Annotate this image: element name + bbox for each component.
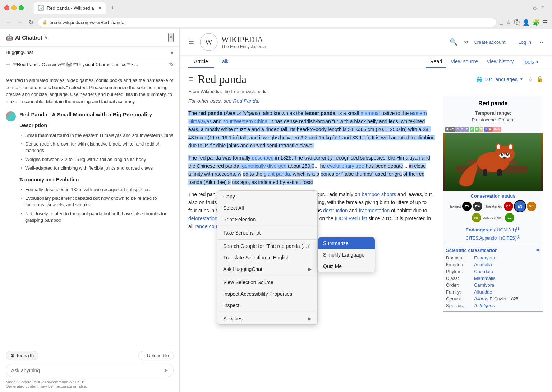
evolutionary-tree-link[interactable]: evolutionary tree	[327, 163, 364, 169]
giant-panda-link[interactable]: giant panda	[264, 171, 290, 177]
new-tab-button[interactable]: +	[107, 3, 118, 13]
ctx-services[interactable]: Services ▶	[217, 313, 317, 324]
mammal-link[interactable]: mammal	[360, 110, 380, 116]
bamboo-shoots-link[interactable]: shoots	[381, 192, 396, 197]
ctx-select-all[interactable]: Select All	[217, 202, 317, 214]
family-value-link[interactable]: Ailuridae	[474, 289, 492, 295]
phylum-value-link[interactable]: Chordata	[474, 269, 493, 274]
species-value-link[interactable]: A. fulgens	[474, 303, 495, 308]
ctx-translate[interactable]: Translate Selection to English	[217, 252, 317, 263]
ctx-print-selection[interactable]: Print Selection...	[217, 214, 317, 225]
tools-dropdown-button[interactable]: Tools ▼	[518, 56, 543, 68]
ts-jurassic: J	[484, 127, 488, 132]
browser-chrome: W Red panda - Wikipedia × + ⎋ ⌃ ← → ↻ 🔒 …	[0, 0, 552, 29]
back-button[interactable]: ←	[4, 18, 13, 26]
ts-cretaceous: K	[488, 127, 493, 132]
minimize-window-button[interactable]	[12, 5, 17, 10]
submenu-quiz[interactable]: Quiz Me	[318, 260, 375, 272]
upload-file-button[interactable]: ↑ Upload file	[138, 351, 174, 360]
domain-label: Domain:	[446, 255, 471, 260]
wiki-infobox: Red panda Temporal range: Pleistocene–Pr…	[443, 97, 543, 312]
bookmark-icon[interactable]: ☆	[506, 19, 511, 26]
destruction-link[interactable]: destruction	[323, 208, 348, 213]
url-bar[interactable]: 🔒 en.en.wikipedia.org/wiki/Red_panda	[38, 18, 497, 27]
tab-view-history[interactable]: View history	[482, 56, 518, 68]
domain-value-link[interactable]: Eukaryota	[474, 255, 495, 260]
ctx-search-google[interactable]: Search Google for "The red panda (...)"	[217, 240, 317, 252]
tools-button[interactable]: ⚙ Tools (6)	[6, 351, 38, 360]
forward-button[interactable]: →	[16, 18, 24, 26]
fragmentation-link[interactable]: fragmentation	[359, 208, 390, 213]
search-icon[interactable]: 🔍	[450, 38, 457, 46]
ai-close-button[interactable]: ×	[168, 33, 174, 42]
ts-silurian: S	[460, 127, 465, 132]
languages-button[interactable]: 🌐 104 languages ▼	[476, 77, 523, 82]
ai-input-area: ➤	[6, 364, 174, 377]
tab-talk[interactable]: Talk	[214, 56, 234, 68]
ctx-ask-hugging[interactable]: Ask HuggingChat ▶	[217, 263, 317, 275]
class-value-link[interactable]: Mammalia	[474, 276, 496, 281]
cites-link[interactable]: CITES Appendix I (CITES)[1]	[466, 236, 521, 241]
simplify-label: Simplify Language	[323, 252, 364, 258]
browser-tab-red-panda[interactable]: W Red panda - Wikipedia ×	[34, 2, 106, 14]
security-icon: 🔒	[42, 20, 47, 25]
log-in-link[interactable]: Log in	[519, 40, 531, 45]
ctx-view-source[interactable]: View Selection Source	[217, 277, 317, 288]
profile-icon[interactable]: 👤	[523, 19, 530, 26]
ai-input-field[interactable]	[11, 368, 161, 373]
sidebar-toggle-icon[interactable]: ⎕	[500, 19, 503, 26]
infinity-icon[interactable]: ∞	[463, 38, 468, 46]
send-button[interactable]: ➤	[164, 367, 168, 374]
tab-favicon: W	[38, 5, 44, 11]
conservation-status-title[interactable]: Conservation status	[445, 193, 541, 199]
watchlist-star-icon[interactable]: ☆	[528, 75, 533, 83]
pocket-icon[interactable]: Ⓟ	[514, 19, 520, 26]
chatbot-chevron-icon[interactable]: ∨	[45, 35, 48, 40]
bamboo-link[interactable]: bamboo	[362, 192, 380, 197]
sci-class-edit-icon[interactable]: ✏	[536, 248, 540, 253]
scientific-classification-title[interactable]: Scientific classification ✏	[446, 246, 540, 254]
languages-count: 104 languages	[484, 77, 518, 82]
create-account-link[interactable]: Create account	[474, 40, 505, 45]
ai-model-selector[interactable]: HuggingChat ∨	[0, 47, 179, 58]
submenu-simplify[interactable]: Simplify Language	[318, 249, 375, 260]
genus-value-link[interactable]: Ailurus	[474, 296, 488, 301]
window-control-icon[interactable]: ⎋	[533, 5, 536, 11]
wiki-logo-area: ☰ W WIKIPEDIA The Free Encyclopedia	[188, 33, 266, 51]
southwestern-china-link[interactable]: southwestern China	[223, 119, 268, 124]
tab-close-button[interactable]: ×	[98, 5, 101, 11]
ctx-copy[interactable]: Copy	[217, 191, 317, 202]
ai-conversation-item[interactable]: ☰ **Red Panda Overview** 🐼 **Physical Ch…	[0, 58, 179, 71]
iucn-link[interactable]: (IUCN 3.1)[1]	[494, 227, 520, 232]
chatbot-title-text: AI Chatbot	[15, 34, 42, 41]
extensions-icon[interactable]: 🧩	[533, 19, 540, 26]
more-options-icon[interactable]: ⋯	[537, 38, 543, 46]
tab-read[interactable]: Read	[426, 56, 446, 68]
iucn-red-list-link[interactable]: IUCN Red List	[335, 216, 367, 221]
refresh-button[interactable]: ↻	[27, 18, 35, 27]
submenu-summarize[interactable]: Summarize	[318, 237, 375, 249]
highlighted-text-3: he evolutionary tree has been debate	[320, 163, 403, 169]
order-value-link[interactable]: Carnivora	[474, 282, 494, 288]
least-concern-label: Least Concern	[483, 216, 504, 220]
deforestation-link[interactable]: deforestation	[188, 216, 217, 221]
maximize-window-button[interactable]	[19, 5, 24, 10]
tab-view-source[interactable]: View source	[446, 56, 482, 68]
toc-icon[interactable]: ☰	[188, 76, 193, 83]
close-window-button[interactable]	[4, 5, 9, 10]
badge-nt: NT	[472, 213, 481, 222]
red-panda-disambiguation-link[interactable]: Red Panda.	[233, 98, 260, 104]
kingdom-value-link[interactable]: Animalia	[474, 262, 492, 267]
ctx-inspect[interactable]: Inspect	[217, 300, 317, 311]
ctx-separator-3	[217, 276, 317, 276]
chevron-down-icon[interactable]: ⌃	[540, 5, 545, 11]
ctx-screenshot[interactable]: Take Screenshot	[217, 227, 317, 239]
tab-article[interactable]: Article	[188, 56, 214, 68]
menu-icon[interactable]: ☰	[543, 19, 548, 26]
ctx-accessibility[interactable]: Inspect Accessibility Properties	[217, 288, 317, 300]
list-item: Evolutionary placement debated but now k…	[19, 194, 174, 209]
conversation-edit-icon[interactable]: ✎	[169, 61, 174, 68]
genetically-diverged-link[interactable]: genetically diverged	[242, 163, 286, 169]
wiki-hamburger-icon[interactable]: ☰	[188, 38, 194, 46]
described-link[interactable]: described	[252, 155, 274, 161]
